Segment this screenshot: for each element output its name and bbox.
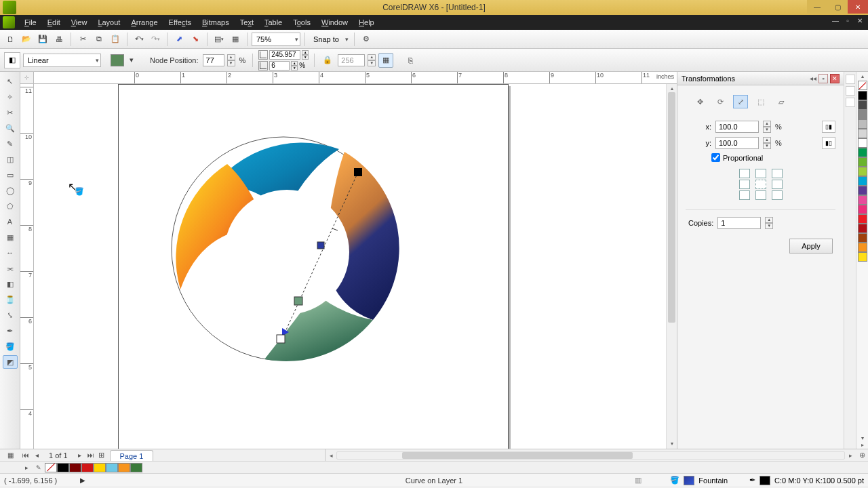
page-next-button[interactable]: ▸ [75,451,85,459]
page-first-button[interactable]: ⏮ [20,451,31,459]
palette-swatch[interactable] [858,110,867,119]
page-last-button[interactable]: ⏭ [85,451,96,459]
outline-tool[interactable]: ✒ [3,324,18,338]
edge-pad-spinner[interactable]: ▲▼ [291,61,298,70]
transform-skew-icon[interactable]: ▱ [774,95,789,108]
menu-layout[interactable]: Layout [92,15,125,30]
print-button[interactable]: 🖶 [52,32,66,47]
connector-tool[interactable]: ⫘ [3,262,18,275]
palette-swatch[interactable] [858,119,867,129]
doc-palette-swatch[interactable] [94,463,106,472]
palette-swatch[interactable] [858,176,867,186]
docker-collapse-button[interactable]: ◂◂ [810,75,816,82]
window-maximize-button[interactable]: ▢ [827,0,848,14]
canvas[interactable]: ↖ 🪣 [34,84,677,449]
copy-fill-button[interactable]: ⎘ [403,53,418,68]
apply-button[interactable]: Apply [789,239,833,253]
y-spinner[interactable]: ▲▼ [763,137,771,149]
import-button[interactable]: ⬈ [172,32,186,47]
transparency-tool[interactable]: 🫙 [3,293,18,306]
new-button[interactable]: 🗋 [3,32,18,47]
blend-tool[interactable]: ◧ [3,277,18,291]
table-tool[interactable]: ▦ [3,230,18,244]
menu-file[interactable]: File [19,15,42,30]
undo-button[interactable]: ↶▾ [132,32,146,47]
copies-spinner[interactable]: ▲▼ [765,217,773,229]
open-button[interactable]: 📂 [19,32,34,47]
palette-swatch[interactable] [858,243,867,252]
ruler-toggle[interactable]: ▦ [0,451,20,459]
menu-help[interactable]: Help [353,15,380,30]
menu-view[interactable]: View [66,15,93,30]
save-button[interactable]: 💾 [35,32,50,47]
palette-flyout[interactable]: ▸ [861,442,864,449]
proof-colors-icon[interactable]: ▥ [635,476,642,485]
edge-pad-input[interactable] [269,61,290,70]
palette-swatch[interactable] [858,224,867,233]
doc-restore-button[interactable]: ▫ [842,16,853,26]
mirror-h-button[interactable]: ▯▮ [822,121,835,133]
menu-effects[interactable]: Effects [163,15,197,30]
zoom-combo[interactable]: 75%▾ [252,33,300,46]
menu-text[interactable]: Text [235,15,259,30]
anchor-grid[interactable] [739,169,783,200]
menu-tools[interactable]: Tools [288,15,316,30]
doc-close-button[interactable]: ✕ [854,16,865,26]
publish-pdf-button[interactable]: ▤▾ [212,32,226,47]
fill-type-combo[interactable]: Linear▾ [23,54,101,67]
proportional-checkbox[interactable] [711,153,720,162]
status-play-icon[interactable]: ▶ [80,476,85,484]
palette-swatch[interactable] [858,157,867,167]
step-lock-button[interactable]: ▦ [378,53,393,68]
outline-swatch[interactable] [760,476,770,485]
add-page-button[interactable]: ⊞ [96,451,107,460]
palette-swatch[interactable] [858,129,867,138]
y-input[interactable] [715,137,759,149]
zoom-tool[interactable]: 🔍 [3,121,18,135]
palette-scroll-up[interactable]: ▴ [861,73,864,80]
doc-palette-eyedrop[interactable]: ✎ [33,463,45,472]
doc-palette-swatch[interactable] [69,463,81,472]
x-input[interactable] [715,121,759,133]
node-color-swatch[interactable] [111,54,124,66]
transform-size-icon[interactable]: ⬚ [753,95,768,108]
menu-table[interactable]: Table [259,15,288,30]
fountain-angle-input[interactable] [269,50,300,60]
palette-swatch[interactable] [858,214,867,224]
page-tab-1[interactable]: Page 1 [110,450,154,461]
app-menu-icon[interactable] [3,16,15,28]
ruler-origin[interactable]: ⊹ [20,72,34,84]
snap-to-combo[interactable]: Snap to▾ [309,33,350,46]
doc-minimize-button[interactable]: — [830,16,841,26]
palette-swatch[interactable] [858,167,867,176]
doc-palette-nocolor[interactable] [45,463,57,472]
doc-palette-swatch[interactable] [130,463,142,472]
app-launcher-button[interactable]: ▦ [228,32,243,47]
doc-palette-swatch[interactable] [106,463,118,472]
menu-edit[interactable]: Edit [42,15,66,30]
text-tool[interactable]: A [3,215,18,228]
node-position-input[interactable] [203,54,224,66]
palette-swatch[interactable] [858,233,867,243]
fountain-steps-input[interactable] [338,54,365,66]
palette-swatch[interactable] [858,186,867,195]
horizontal-scrollbar[interactable]: ◂ ▸ ⊕ [326,449,868,461]
mirror-v-button[interactable]: ▮▯ [822,137,835,149]
interactive-fill-tool[interactable]: ◩ [3,355,18,369]
fountain-steps-lock[interactable]: 🔒 [320,53,335,68]
node-color-dropdown[interactable]: ▾ [127,53,136,68]
copy-button[interactable]: ⧉ [92,32,106,47]
no-color-swatch[interactable] [858,81,867,90]
doc-palette-menu[interactable]: ▸ [20,463,33,472]
ruler-vertical[interactable]: 1110987654 [20,84,34,449]
palette-swatch[interactable] [858,91,867,100]
x-spinner[interactable]: ▲▼ [763,121,771,133]
menu-bitmaps[interactable]: Bitmaps [197,15,235,30]
menu-arrange[interactable]: Arrange [125,15,163,30]
palette-swatch[interactable] [858,205,867,214]
options-button[interactable]: ⚙ [359,32,374,47]
palette-swatch[interactable] [858,148,867,157]
doc-palette-swatch[interactable] [81,463,94,472]
shape-tool[interactable]: ✧ [3,90,18,104]
palette-scroll-down[interactable]: ▾ [861,435,864,442]
